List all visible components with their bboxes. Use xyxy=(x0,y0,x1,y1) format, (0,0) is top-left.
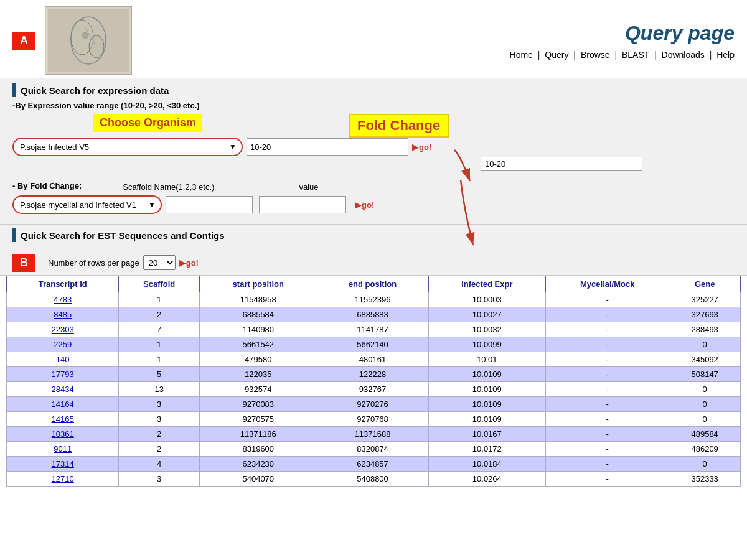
transcript-id-cell[interactable]: 9011 xyxy=(7,442,119,457)
quick-search-title: Quick Search for expression data xyxy=(21,85,169,96)
table-cell: - xyxy=(546,472,669,487)
table-cell: 3 xyxy=(119,472,200,487)
nav-browse[interactable]: Browse xyxy=(581,50,610,60)
col-transcript-id: Transcript id xyxy=(7,276,119,292)
value-input[interactable] xyxy=(259,196,346,213)
table-cell: 0 xyxy=(669,397,741,412)
fold-change-dropdown: 10-20 xyxy=(481,157,642,171)
scaffold-name-label: Scaffold Name(1,2,3 etc.) xyxy=(123,182,214,192)
organism2-select-wrapper[interactable]: P.sojae mycelial and Infected V1 P.sojae… xyxy=(12,195,162,214)
table-cell: 486209 xyxy=(669,442,741,457)
table-cell: 345092 xyxy=(669,352,741,367)
table-cell: - xyxy=(546,457,669,472)
table-cell: 10.0109 xyxy=(428,397,546,412)
transcript-id-cell[interactable]: 17314 xyxy=(7,457,119,472)
organism-image xyxy=(45,6,132,75)
page-title: Query page xyxy=(510,22,735,45)
transcript-id-cell[interactable]: 10361 xyxy=(7,427,119,442)
transcript-id-cell[interactable]: 2259 xyxy=(7,337,119,352)
table-cell: - xyxy=(546,307,669,322)
label-b: B xyxy=(12,254,35,272)
table-cell: 3 xyxy=(119,397,200,412)
quick-search-wrapper: Quick Search for expression data -By Exp… xyxy=(0,78,747,276)
nav-query[interactable]: Query xyxy=(545,50,568,60)
transcript-id-cell[interactable]: 28434 xyxy=(7,382,119,397)
by-fold-change-label: - By Fold Change: xyxy=(12,181,82,190)
col-end-position: end position xyxy=(317,276,428,292)
table-cell: 480161 xyxy=(317,352,428,367)
col-gene: Gene xyxy=(669,276,741,292)
table-cell: 0 xyxy=(669,337,741,352)
table-cell: - xyxy=(546,397,669,412)
table-row: 1416439270083927027610.0109-0 xyxy=(7,397,741,412)
table-row: 225915661542566214010.0099-0 xyxy=(7,337,741,352)
table-header: Transcript id Scaffold start position en… xyxy=(7,276,741,292)
transcript-id-cell[interactable]: 14165 xyxy=(7,412,119,427)
table-cell: 2 xyxy=(119,307,200,322)
table-cell: 10.0027 xyxy=(428,307,546,322)
nav-home[interactable]: Home xyxy=(510,50,533,60)
est-section-title: Quick Search for EST Sequences and Conti… xyxy=(21,230,225,241)
nav-help[interactable]: Help xyxy=(716,50,735,60)
header-left: A xyxy=(12,6,132,75)
table-cell: 6234857 xyxy=(317,457,428,472)
table-cell: 9270083 xyxy=(200,397,317,412)
table-cell: 489584 xyxy=(669,427,741,442)
nav-downloads[interactable]: Downloads xyxy=(662,50,705,60)
col-start-position: start position xyxy=(200,276,317,292)
table-cell: 10.0184 xyxy=(428,457,546,472)
fold-change-input[interactable] xyxy=(247,138,408,156)
table-body: 47831115489581155239610.0003-32522784852… xyxy=(7,292,741,487)
table-cell: - xyxy=(546,412,669,427)
table-row: 1416539270575927076810.0109-0 xyxy=(7,412,741,427)
transcript-id-cell[interactable]: 12710 xyxy=(7,472,119,487)
table-cell: 932767 xyxy=(317,382,428,397)
table-cell: 5 xyxy=(119,367,200,382)
nav-blast[interactable]: BLAST xyxy=(622,50,649,60)
table-cell: 327693 xyxy=(669,307,741,322)
scaffold-input[interactable] xyxy=(166,196,253,213)
by-expression-label: -By Expression value range (10-20, >20, … xyxy=(12,101,735,110)
fold-change-go-button[interactable]: go! xyxy=(355,200,374,210)
label-a: A xyxy=(12,32,35,50)
transcript-id-cell[interactable]: 22303 xyxy=(7,322,119,337)
table-cell: 11552396 xyxy=(317,292,428,307)
table-cell: 5662140 xyxy=(317,337,428,352)
rows-go-button[interactable]: go! xyxy=(179,258,199,268)
transcript-id-cell[interactable]: 14164 xyxy=(7,397,119,412)
expression-search-row: P.sojae Infected V5 P.sojae mycelial and… xyxy=(12,138,735,156)
organism-select-wrapper[interactable]: P.sojae Infected V5 P.sojae mycelial and… xyxy=(12,138,243,156)
table-cell: 9270575 xyxy=(200,412,317,427)
table-cell: - xyxy=(546,382,669,397)
table-cell: 5404070 xyxy=(200,472,317,487)
transcript-id-cell[interactable]: 4783 xyxy=(7,292,119,307)
transcript-id-cell[interactable]: 17793 xyxy=(7,367,119,382)
rows-per-page-select[interactable]: 20 50 100 xyxy=(143,255,176,270)
fold-change-row: - By Fold Change: Scaffold Name(1,2,3 et… xyxy=(12,181,735,193)
organism2-select[interactable]: P.sojae mycelial and Infected V1 P.sojae… xyxy=(12,195,162,214)
fold-change-annotation: Fold Change xyxy=(349,114,449,138)
table-row: 17793512203512222810.0109-508147 xyxy=(7,367,741,382)
est-section-header: Quick Search for EST Sequences and Conti… xyxy=(12,228,735,242)
blue-bar-est xyxy=(12,228,16,242)
table-cell: 1 xyxy=(119,337,200,352)
rows-per-page-label: Number of rows per page xyxy=(48,258,139,268)
table-cell: - xyxy=(546,352,669,367)
table-cell: 9270768 xyxy=(317,412,428,427)
transcript-id-cell[interactable]: 8485 xyxy=(7,307,119,322)
choose-organism-annotation: Choose Organism xyxy=(93,114,202,132)
table-cell: 7 xyxy=(119,322,200,337)
organism-select[interactable]: P.sojae Infected V5 P.sojae mycelial and… xyxy=(12,138,243,156)
transcript-id-cell[interactable]: 140 xyxy=(7,352,119,367)
fold-change-search-row: P.sojae mycelial and Infected V1 P.sojae… xyxy=(12,195,735,214)
suggestion-item[interactable]: 10-20 xyxy=(481,157,642,170)
table-cell: 11548958 xyxy=(200,292,317,307)
table-cell: 122228 xyxy=(317,367,428,382)
table-cell: 0 xyxy=(669,457,741,472)
table-cell: 10.0172 xyxy=(428,442,546,457)
table-cell: 1141787 xyxy=(317,322,428,337)
table-cell: 6885883 xyxy=(317,307,428,322)
quick-search-section: Quick Search for expression data -By Exp… xyxy=(0,78,747,225)
table-row: 901128319600832087410.0172-486209 xyxy=(7,442,741,457)
expression-go-button[interactable]: go! xyxy=(412,142,431,152)
